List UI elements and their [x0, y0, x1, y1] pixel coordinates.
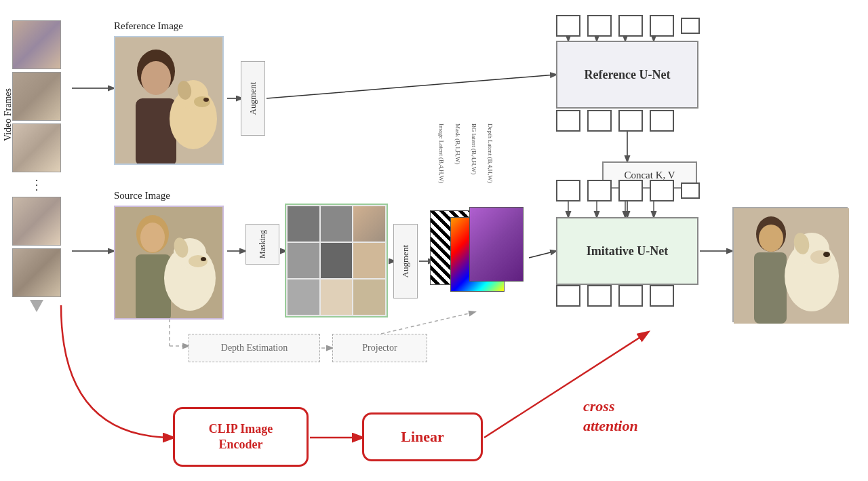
grid-cell-7: [288, 280, 319, 315]
ellipsis: ⋮: [30, 176, 43, 193]
imit-unet-block-4: [650, 180, 674, 201]
imit-unet-block-b1: [556, 285, 580, 307]
linear-box: Linear: [362, 412, 483, 461]
latent-purple-layer: [469, 207, 524, 282]
svg-rect-47: [754, 252, 787, 324]
imit-unet-block-3: [618, 180, 643, 201]
src-img-svg: [115, 207, 224, 320]
masked-grid-image: [285, 204, 388, 318]
imit-unet-bottom-blocks: [556, 285, 674, 307]
grid-cell-8: [321, 280, 353, 315]
svg-line-3: [267, 75, 556, 98]
imitative-unet-box: Imitative U-Net: [556, 217, 698, 285]
unet-block-b1: [556, 110, 580, 132]
unet-block-1: [556, 15, 580, 37]
svg-point-43: [201, 257, 206, 261]
unet-block-2: [587, 15, 612, 37]
ref-img-svg: [115, 37, 224, 165]
imit-unet-block-1: [556, 180, 580, 201]
svg-line-8: [529, 251, 556, 258]
masking-label: Masking: [258, 230, 268, 258]
video-frame-4: [12, 197, 61, 246]
imit-unet-block-2: [587, 180, 612, 201]
reference-unet-box: Reference U-Net: [556, 41, 698, 109]
augment-src-label: Augment: [399, 241, 412, 282]
reference-image: [114, 36, 224, 165]
depth-latent-label: Depth Latent (B,4,H,W): [487, 123, 494, 183]
imitative-unet-label: Imitative U-Net: [587, 244, 668, 258]
video-frames: ⋮: [12, 20, 61, 312]
reference-image-label: Reference Image: [114, 20, 224, 32]
output-image: [732, 207, 848, 322]
image-latent-label: Image Latent (B,4,H,W): [438, 123, 445, 183]
depth-estimation-box: Depth Estimation: [189, 334, 320, 362]
clip-image-encoder-label: CLIP Image Encoder: [209, 421, 273, 453]
svg-point-33: [194, 96, 210, 107]
source-image: [114, 206, 224, 320]
unet-block-3: [618, 15, 643, 37]
augment-ref-label: Augment: [246, 78, 260, 119]
ref-unet-top-blocks: [556, 15, 700, 37]
ref-unet-bottom-blocks: [556, 110, 674, 132]
svg-point-52: [823, 252, 830, 257]
projector-label: Projector: [362, 343, 397, 353]
grid-cell-6: [353, 243, 385, 278]
reference-unet-label: Reference U-Net: [584, 68, 670, 82]
svg-point-28: [141, 61, 171, 95]
grid-cell-4: [288, 243, 319, 278]
imit-unet-block-b2: [587, 285, 612, 307]
grid-cell-3: [353, 206, 385, 242]
unet-block-4: [650, 15, 674, 37]
diagram-container: ⋮ Video Frames Reference Image: [0, 0, 868, 481]
masking-box: Masking: [245, 224, 279, 265]
video-frames-label: Video Frames: [3, 88, 14, 141]
grid-cell-1: [288, 206, 319, 242]
augment-src-box: Augment: [393, 224, 418, 299]
unet-block-5: [681, 18, 700, 34]
cross-attention-label: cross attention: [583, 397, 638, 436]
svg-point-34: [203, 98, 209, 102]
imit-unet-block-b4: [650, 285, 674, 307]
video-frame-1: [12, 20, 61, 69]
latent-labels: Image Latent (B,4,H,W) Mask (B,1,H,W) BG…: [438, 123, 494, 183]
source-image-section: Source Image: [114, 190, 224, 320]
projector-box: Projector: [332, 334, 427, 362]
unet-block-b3: [618, 110, 643, 132]
mask-label: Mask (B,1,H,W): [454, 123, 461, 183]
grid-cell-5: [321, 243, 353, 278]
output-img-svg: [734, 208, 849, 324]
imit-unet-block-5: [681, 182, 700, 199]
depth-estimation-label: Depth Estimation: [221, 343, 288, 353]
reference-image-section: Reference Image: [114, 20, 224, 165]
svg-rect-29: [136, 98, 176, 165]
grid-cell-2: [321, 206, 353, 242]
clip-image-encoder-box: CLIP Image Encoder: [173, 407, 309, 467]
unet-block-b4: [650, 110, 674, 132]
concat-kv-label: Concat K, V: [624, 170, 675, 181]
video-frame-2: [12, 72, 61, 121]
arrow-down-icon: [30, 300, 43, 312]
svg-point-37: [140, 223, 165, 252]
grid-cell-9: [353, 280, 385, 315]
unet-block-b2: [587, 110, 612, 132]
linear-label: Linear: [401, 428, 444, 446]
imit-unet-block-b3: [618, 285, 643, 307]
imit-unet-top-blocks: [556, 180, 700, 201]
source-image-label: Source Image: [114, 190, 224, 201]
latent-stack: [430, 204, 525, 326]
augment-ref-box: Augment: [241, 61, 265, 136]
svg-point-42: [189, 255, 208, 267]
svg-point-46: [759, 225, 783, 252]
bg-latent-label: BG latent (B,4,H,W): [471, 123, 477, 183]
video-frame-3: [12, 123, 61, 172]
video-frame-5: [12, 248, 61, 297]
